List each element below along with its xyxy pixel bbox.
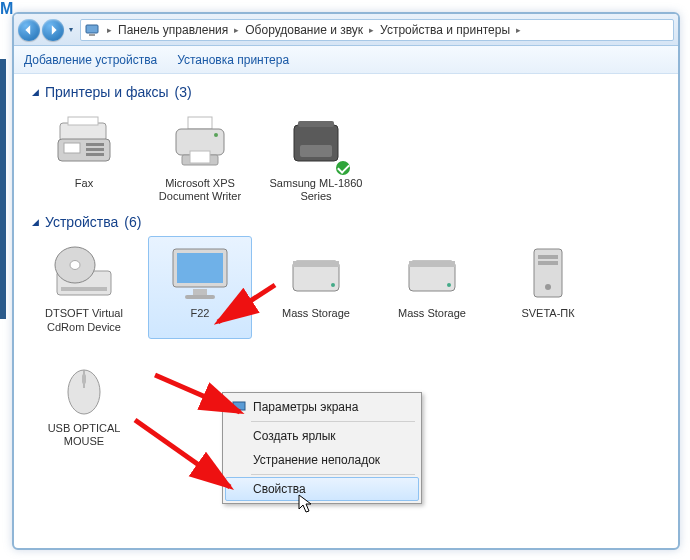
group-header-devices[interactable]: ◢ Устройства (6) xyxy=(32,214,660,230)
svg-rect-8 xyxy=(68,117,98,125)
svg-rect-27 xyxy=(293,261,339,267)
monitor-icon xyxy=(231,399,247,415)
breadcrumb-leaf[interactable]: Устройства и принтеры xyxy=(380,23,510,37)
nav-history-dropdown[interactable]: ▾ xyxy=(66,19,76,41)
address-bar[interactable]: ▸ Панель управления ▸ Оборудование и зву… xyxy=(80,19,674,41)
svg-rect-30 xyxy=(409,261,455,267)
chevron-right-icon: ▸ xyxy=(514,25,523,35)
command-toolbar: Добавление устройства Установка принтера xyxy=(14,46,678,74)
pc-tower-icon xyxy=(524,243,572,303)
svg-rect-38 xyxy=(82,374,86,384)
svg-rect-1 xyxy=(89,34,95,36)
svg-point-20 xyxy=(70,261,80,270)
navbar: ▾ ▸ Панель управления ▸ Оборудование и з… xyxy=(14,14,678,46)
device-fax[interactable]: Fax xyxy=(32,106,136,208)
svg-rect-6 xyxy=(86,148,104,151)
ctx-label: Устранение неполадок xyxy=(253,453,380,467)
device-mouse[interactable]: USB OPTICAL MOUSE xyxy=(32,351,136,453)
nav-buttons: ▾ xyxy=(18,19,76,41)
hdd-icon xyxy=(399,243,465,303)
monitor-icon xyxy=(167,243,233,303)
device-label: SVETA-ПК xyxy=(501,307,595,320)
svg-rect-0 xyxy=(86,25,98,33)
device-label: Mass Storage xyxy=(269,307,363,320)
device-mass-storage-2[interactable]: Mass Storage xyxy=(380,236,484,338)
hdd-icon xyxy=(283,243,349,303)
svg-rect-15 xyxy=(298,121,334,127)
svg-point-35 xyxy=(545,284,551,290)
group-title: Принтеры и факсы xyxy=(45,84,169,100)
forward-button[interactable] xyxy=(42,19,64,41)
svg-rect-18 xyxy=(61,287,107,291)
separator xyxy=(251,474,415,475)
watermark-letter: M xyxy=(0,0,11,18)
svg-rect-40 xyxy=(237,411,241,413)
collapse-icon: ◢ xyxy=(32,87,39,97)
svg-rect-4 xyxy=(64,143,80,153)
svg-rect-12 xyxy=(190,151,210,163)
breadcrumb-root[interactable]: Панель управления xyxy=(118,23,228,37)
group-header-printers[interactable]: ◢ Принтеры и факсы (3) xyxy=(32,84,660,100)
ctx-troubleshoot[interactable]: Устранение неполадок xyxy=(225,448,419,472)
collapse-icon: ◢ xyxy=(32,217,39,227)
device-label: DTSOFT Virtual CdRom Device xyxy=(37,307,131,333)
printers-list: Fax Microsoft XPS Document Writer xyxy=(32,106,660,208)
device-monitor-f22[interactable]: F22 xyxy=(148,236,252,338)
ctx-create-shortcut[interactable]: Создать ярлык xyxy=(225,424,419,448)
separator xyxy=(251,421,415,422)
ctx-label: Создать ярлык xyxy=(253,429,336,443)
device-label: Mass Storage xyxy=(385,307,479,320)
mouse-icon xyxy=(61,358,107,418)
printer-icon xyxy=(170,115,230,171)
context-menu: Параметры экрана Создать ярлык Устранени… xyxy=(222,392,422,504)
device-label: Fax xyxy=(37,177,131,190)
svg-rect-7 xyxy=(86,153,104,156)
svg-rect-2 xyxy=(60,123,106,141)
cursor-icon xyxy=(298,494,314,514)
ctx-label: Параметры экрана xyxy=(253,400,358,414)
arrow-right-icon xyxy=(47,24,59,36)
svg-rect-25 xyxy=(185,295,215,299)
svg-rect-5 xyxy=(86,143,104,146)
group-count: (3) xyxy=(175,84,192,100)
svg-rect-39 xyxy=(233,402,245,410)
add-device-button[interactable]: Добавление устройства xyxy=(24,53,157,67)
svg-rect-23 xyxy=(177,253,223,283)
breadcrumb-mid[interactable]: Оборудование и звук xyxy=(245,23,363,37)
svg-rect-24 xyxy=(193,289,207,295)
device-label: Samsung ML-1860 Series xyxy=(269,177,363,203)
device-cdrom[interactable]: DTSOFT Virtual CdRom Device xyxy=(32,236,136,338)
ctx-properties[interactable]: Свойства xyxy=(225,477,419,501)
device-pc[interactable]: SVETA-ПК xyxy=(496,236,600,338)
arrow-left-icon xyxy=(23,24,35,36)
fax-icon xyxy=(54,115,114,171)
svg-point-13 xyxy=(214,133,218,137)
device-label: F22 xyxy=(153,307,247,320)
svg-rect-33 xyxy=(538,255,558,259)
svg-rect-16 xyxy=(300,145,332,157)
chevron-right-icon: ▸ xyxy=(367,25,376,35)
svg-rect-34 xyxy=(538,261,558,265)
group-title: Устройства xyxy=(45,214,118,230)
optical-drive-icon xyxy=(51,243,117,303)
chevron-right-icon: ▸ xyxy=(105,25,114,35)
svg-point-31 xyxy=(447,283,451,287)
chevron-right-icon: ▸ xyxy=(232,25,241,35)
device-label: USB OPTICAL MOUSE xyxy=(37,422,131,448)
device-label: Microsoft XPS Document Writer xyxy=(153,177,247,203)
device-mass-storage-1[interactable]: Mass Storage xyxy=(264,236,368,338)
group-count: (6) xyxy=(124,214,141,230)
devices-icon xyxy=(85,22,101,38)
svg-rect-9 xyxy=(188,117,212,129)
default-check-icon xyxy=(334,159,352,177)
device-xps-writer[interactable]: Microsoft XPS Document Writer xyxy=(148,106,252,208)
left-stripe xyxy=(0,59,6,319)
ctx-display-settings[interactable]: Параметры экрана xyxy=(225,395,419,419)
device-samsung-printer[interactable]: Samsung ML-1860 Series xyxy=(264,106,368,208)
add-printer-button[interactable]: Установка принтера xyxy=(177,53,289,67)
svg-point-28 xyxy=(331,283,335,287)
back-button[interactable] xyxy=(18,19,40,41)
